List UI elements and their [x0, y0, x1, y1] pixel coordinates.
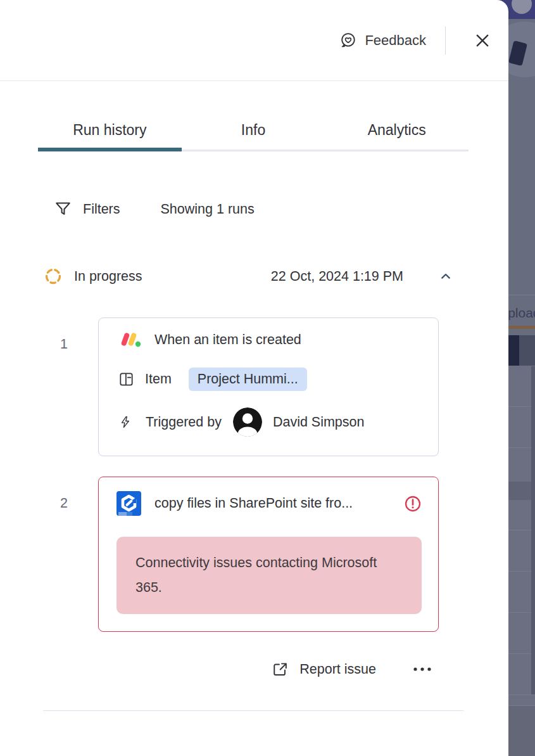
error-icon: [404, 495, 422, 513]
item-field-row: Item Project Hummi...: [118, 368, 420, 391]
background-scrollbar: [531, 366, 535, 695]
tab-analytics[interactable]: Analytics: [325, 122, 469, 151]
step-number: 1: [0, 317, 98, 352]
background-tab-underline: [504, 326, 535, 329]
background-row-band: [505, 482, 535, 500]
filters-row: Filters Showing 1 runs: [54, 200, 508, 219]
triggered-by-label: Triggered by: [146, 414, 222, 430]
feedback-button[interactable]: Feedback: [339, 32, 426, 49]
step-number: 2: [0, 477, 98, 511]
filters-label: Filters: [83, 202, 120, 217]
filters-button[interactable]: Filters: [54, 200, 120, 219]
item-value-chip[interactable]: Project Hummi...: [189, 368, 307, 391]
step-title-row: When an item is created: [118, 331, 420, 348]
background-dark-block-right: [519, 335, 535, 366]
feedback-heart-bubble-icon: [339, 32, 356, 49]
panel-header: Feedback: [0, 0, 508, 81]
bottom-divider: [43, 710, 464, 711]
triggered-by-row: Triggered by David Simpson: [118, 407, 420, 437]
ellipsis-icon: [412, 666, 432, 672]
collapse-run-button[interactable]: [438, 269, 453, 284]
lightning-bolt-icon: [118, 413, 132, 431]
user-avatar-icon: [233, 407, 262, 437]
run-footer: Report issue: [0, 660, 432, 678]
filter-funnel-icon: [54, 200, 72, 219]
run-group-header[interactable]: In progress 22 Oct, 2024 1:19 PM: [44, 267, 453, 285]
step-title-row: copy files in SharePoint site fro...: [116, 491, 422, 516]
step-card-action-error[interactable]: copy files in SharePoint site fro... Con…: [98, 477, 439, 632]
error-message: Connectivity issues contacting Microsoft…: [116, 537, 422, 614]
tab-run-history[interactable]: Run history: [38, 122, 182, 151]
run-history-panel: Feedback Run history Info Analytics Filt…: [0, 0, 508, 756]
report-issue-button[interactable]: Report issue: [271, 660, 376, 678]
step-title: When an item is created: [154, 332, 420, 348]
panel-tabs: Run history Info Analytics: [38, 81, 469, 151]
showing-runs-text: Showing 1 runs: [161, 202, 255, 217]
step-card-trigger[interactable]: When an item is created Item Project Hum…: [98, 317, 439, 456]
background-footer-band: [505, 705, 535, 756]
in-progress-spinner-icon: [44, 267, 62, 285]
triggered-by-user: David Simpson: [273, 414, 365, 430]
run-step-1: 1 When an item is created: [0, 317, 508, 456]
background-divider: [504, 295, 535, 295]
tab-info[interactable]: Info: [182, 122, 325, 151]
feedback-label: Feedback: [365, 32, 426, 49]
run-status-label: In progress: [74, 269, 142, 285]
step-title: copy files in SharePoint site fro...: [154, 496, 391, 511]
external-link-icon: [271, 660, 289, 678]
close-button[interactable]: [473, 31, 492, 50]
run-timestamp: 22 Oct, 2024 1:19 PM: [271, 269, 403, 285]
board-item-icon: [118, 371, 134, 387]
close-icon: [473, 31, 492, 50]
background-table-rows: [505, 366, 535, 705]
chevron-up-icon: [438, 269, 453, 284]
more-options-button[interactable]: [412, 663, 432, 675]
background-dark-block: [507, 335, 519, 366]
run-steps: 1 When an item is created: [0, 317, 508, 632]
sharepoint-icon: [116, 491, 141, 516]
item-label: Item: [145, 371, 172, 387]
report-issue-label: Report issue: [299, 662, 376, 677]
monday-logo-icon: [118, 331, 141, 348]
header-divider: [445, 27, 446, 54]
run-step-2: 2 copy files in SharePoint site fro.: [0, 477, 508, 632]
